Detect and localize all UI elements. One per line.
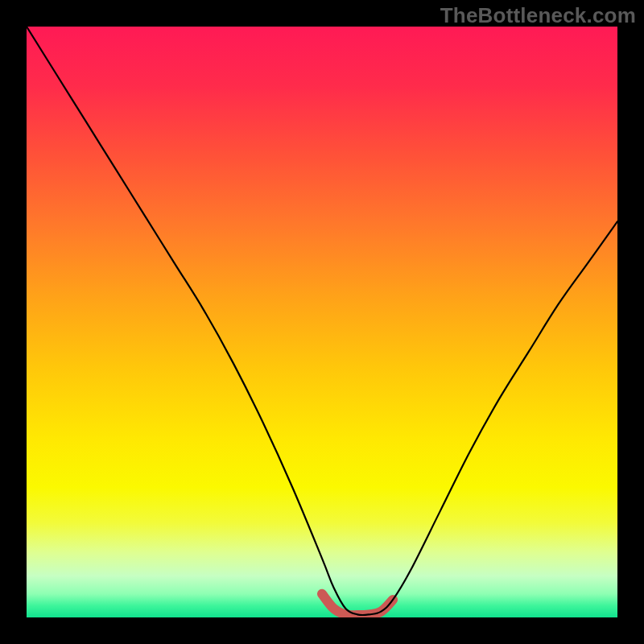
plot-area — [27, 27, 617, 617]
chart-frame: TheBottleneck.com — [0, 0, 644, 644]
bottleneck-curve-line — [27, 27, 617, 615]
watermark-text: TheBottleneck.com — [440, 3, 636, 28]
optimal-range-highlight — [322, 594, 393, 616]
curve-svg — [27, 27, 617, 617]
